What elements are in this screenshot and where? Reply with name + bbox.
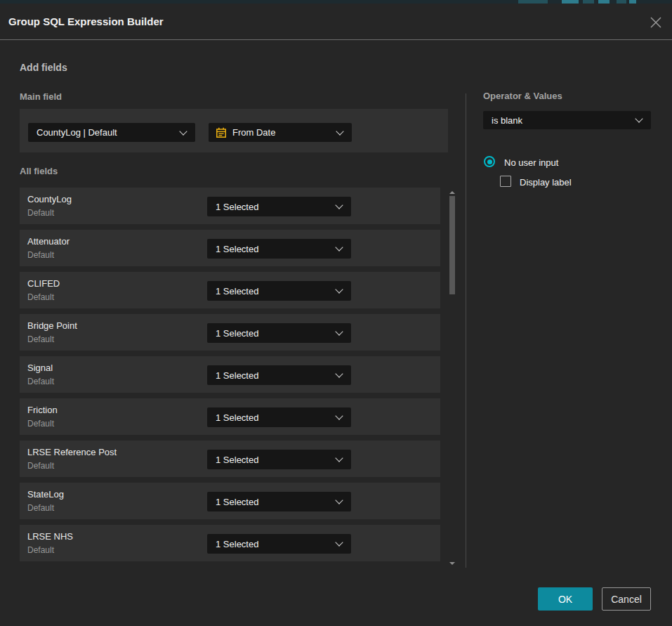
dialog-title: Group SQL Expression Builder [8,4,164,39]
dropdown-value: 1 Selected [216,323,258,343]
radio-selected-dot [487,159,492,164]
display-label-text: Display label [520,177,572,188]
main-field-label: Main field [20,91,62,102]
dropdown-value: is blank [492,111,522,129]
chevron-down-icon [635,115,643,122]
field-name: StateLog [27,489,64,500]
scroll-down-icon[interactable] [449,562,455,565]
field-row: StateLogDefault1 Selected [20,483,440,519]
no-user-input-radio[interactable] [484,156,495,167]
no-user-input-label: No user input [504,157,558,168]
chevron-down-icon [335,454,343,462]
field-name: Signal [27,363,53,373]
calendar-date-icon [216,127,227,138]
field-sublabel: Default [27,292,54,302]
cancel-button[interactable]: Cancel [602,587,651,611]
operator-values-label: Operator & Values [483,91,562,101]
field-row: CLIFEDDefault1 Selected [20,272,440,308]
dropdown-value: 1 Selected [216,450,258,469]
dialog-titlebar: Group SQL Expression Builder [0,4,672,40]
field-row: AttenuatorDefault1 Selected [20,230,440,266]
main-layer-dropdown[interactable]: CountyLog | Default [28,123,195,142]
field-sublabel: Default [27,545,54,555]
main-field-panel: CountyLog | Default From Date [20,109,448,152]
chevron-down-icon [335,201,343,209]
chevron-down-icon [335,285,343,293]
group-sql-expression-builder-dialog: Group SQL Expression Builder Add fields … [0,4,672,626]
field-name: Bridge Point [27,320,77,331]
close-icon [650,16,662,29]
field-name: LRSE Reference Post [27,447,117,457]
field-name: Friction [27,405,58,415]
field-row: CountyLogDefault1 Selected [20,188,440,224]
dropdown-value: 1 Selected [216,492,258,511]
field-row: LRSE Reference PostDefault1 Selected [20,441,440,477]
field-sublabel: Default [27,250,54,260]
dropdown-value: 1 Selected [216,197,258,216]
dropdown-value: 1 Selected [216,239,258,259]
chevron-down-icon [335,412,343,419]
field-name: CountyLog [27,194,72,204]
field-sublabel: Default [27,334,54,344]
field-selected-dropdown[interactable]: 1 Selected [207,323,351,343]
field-selected-dropdown[interactable]: 1 Selected [207,492,351,511]
dropdown-value: 1 Selected [216,407,258,427]
field-name: LRSE NHS [27,531,73,542]
fields-list-scrollbar[interactable] [447,188,457,567]
field-name: Attenuator [27,236,70,247]
field-selected-dropdown[interactable]: 1 Selected [207,197,351,216]
operator-dropdown[interactable]: is blank [483,111,651,129]
field-row: Bridge PointDefault1 Selected [20,314,440,351]
ok-button[interactable]: OK [538,587,593,611]
field-selected-dropdown[interactable]: 1 Selected [207,239,351,259]
chevron-down-icon [179,127,187,135]
field-selected-dropdown[interactable]: 1 Selected [207,365,351,385]
field-sublabel: Default [27,208,54,218]
scroll-up-icon[interactable] [449,191,455,194]
dropdown-value: 1 Selected [216,365,258,385]
chevron-down-icon [335,496,343,504]
field-row: FrictionDefault1 Selected [20,398,440,435]
scrollbar-thumb[interactable] [449,196,455,294]
dropdown-value: 1 Selected [216,281,258,301]
field-sublabel: Default [27,377,54,386]
dropdown-value: 1 Selected [216,534,258,554]
dropdown-value: CountyLog | Default [37,123,117,142]
field-selected-dropdown[interactable]: 1 Selected [207,281,351,301]
field-sublabel: Default [27,503,54,513]
add-fields-heading: Add fields [20,62,67,73]
chevron-down-icon [335,243,343,251]
main-date-field-dropdown[interactable]: From Date [209,123,352,142]
screen: Group SQL Expression Builder Add fields … [0,0,672,626]
chevron-down-icon [335,370,343,377]
all-fields-label: All fields [20,166,58,176]
chevron-down-icon [336,127,343,135]
field-sublabel: Default [27,461,54,471]
chevron-down-icon [335,327,343,335]
field-sublabel: Default [27,419,54,429]
close-button[interactable] [650,16,662,29]
field-row: SignalDefault1 Selected [20,356,440,393]
chevron-down-icon [335,538,343,546]
display-label-checkbox[interactable] [500,176,511,187]
field-selected-dropdown[interactable]: 1 Selected [207,407,351,427]
field-name: CLIFED [27,278,60,289]
field-selected-dropdown[interactable]: 1 Selected [207,534,351,554]
panel-divider [466,93,466,568]
field-selected-dropdown[interactable]: 1 Selected [207,450,351,469]
dropdown-value: From Date [232,123,275,142]
field-row: LRSE NHSDefault1 Selected [20,525,440,561]
all-fields-list: CountyLogDefault1 SelectedAttenuatorDefa… [20,188,440,567]
